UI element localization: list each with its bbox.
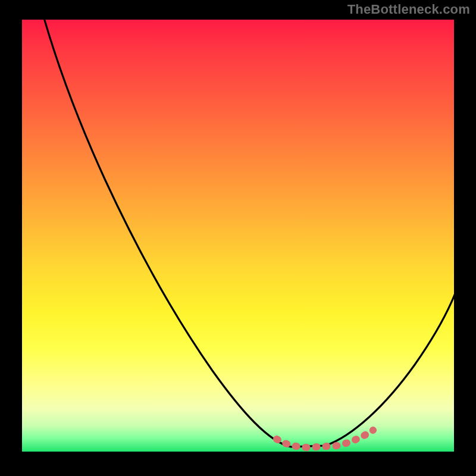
optimal-range-marker bbox=[277, 430, 373, 447]
watermark-text: TheBottleneck.com bbox=[347, 2, 470, 17]
main-curve-path bbox=[43, 20, 454, 447]
bottleneck-curve bbox=[22, 20, 454, 452]
plot-area bbox=[22, 20, 454, 452]
chart-container: TheBottleneck.com bbox=[0, 0, 476, 476]
